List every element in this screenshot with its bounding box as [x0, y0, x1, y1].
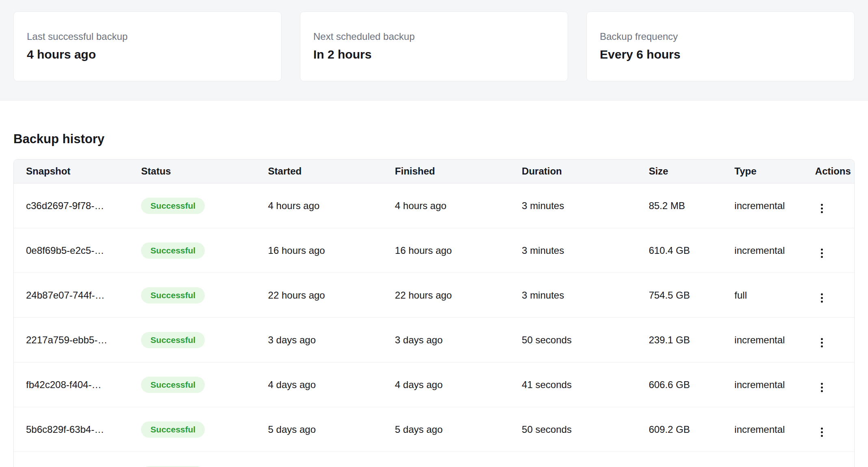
duration-cell: 83 seconds	[510, 452, 636, 467]
column-header-started: Started	[256, 159, 383, 183]
size-cell: 754.5 GB	[636, 273, 722, 318]
duration-cell: 50 seconds	[510, 407, 636, 452]
status-cell: Successful	[129, 273, 256, 318]
size-cell: 85.2 MB	[636, 183, 722, 228]
duration-cell: 50 seconds	[510, 318, 636, 362]
status-badge: Successful	[141, 242, 205, 259]
actions-cell	[803, 183, 854, 228]
table-row: 5b6c829f-63b4-… Successful 5 days ago 5 …	[14, 407, 854, 452]
finished-cell: 4 days ago	[383, 362, 510, 407]
row-actions-menu-button[interactable]	[818, 424, 826, 440]
status-cell: Successful	[129, 228, 256, 273]
summary-cards-section: Last successful backup 4 hours ago Next …	[0, 0, 868, 100]
started-cell: 4 days ago	[256, 362, 383, 407]
status-badge: Successful	[141, 377, 205, 393]
started-cell: 4 hours ago	[256, 183, 383, 228]
kebab-menu-icon	[821, 301, 823, 303]
type-cell: incremental	[722, 318, 803, 362]
finished-cell: 3 days ago	[383, 318, 510, 362]
actions-cell	[803, 362, 854, 407]
started-cell: 3 days ago	[256, 318, 383, 362]
type-cell: incremental	[722, 362, 803, 407]
kebab-menu-icon	[821, 256, 823, 258]
row-actions-menu-button[interactable]	[818, 380, 826, 395]
card-value: In 2 hours	[313, 47, 555, 62]
kebab-menu-icon	[821, 293, 823, 295]
kebab-menu-icon	[821, 386, 823, 388]
table-header-row: Snapshot Status Started Finished Duratio…	[14, 159, 854, 183]
size-cell: 239.1 GB	[636, 318, 722, 362]
status-cell: Successful	[129, 452, 256, 467]
size-cell: 609.2 GB	[636, 407, 722, 452]
snapshot-id-cell: 24b87e07-744f-…	[14, 273, 129, 318]
card-label: Next scheduled backup	[313, 31, 555, 43]
finished-cell: 22 hours ago	[383, 273, 510, 318]
kebab-menu-icon	[821, 211, 823, 213]
history-table-body: c36d2697-9f78-… Successful 4 hours ago 4…	[14, 183, 854, 467]
actions-cell	[803, 318, 854, 362]
table-row: 24b87e07-744f-… Successful 22 hours ago …	[14, 273, 854, 318]
backup-history-section: Backup history Snapshot Status Started F…	[0, 131, 868, 467]
kebab-menu-icon	[821, 383, 823, 385]
table-row: c36d2697-9f78-… Successful 4 hours ago 4…	[14, 183, 854, 228]
column-header-finished: Finished	[383, 159, 510, 183]
card-label: Backup frequency	[600, 31, 841, 43]
column-header-size: Size	[636, 159, 722, 183]
kebab-menu-icon	[821, 252, 823, 254]
actions-cell	[803, 273, 854, 318]
status-cell: Successful	[129, 183, 256, 228]
backup-history-table-container: Snapshot Status Started Finished Duratio…	[13, 159, 855, 467]
snapshot-id-cell: fb42c208-f404-…	[14, 362, 129, 407]
started-cell: 16 hours ago	[256, 228, 383, 273]
table-row: fb42c208-f404-… Successful 4 days ago 4 …	[14, 362, 854, 407]
column-header-status: Status	[129, 159, 256, 183]
kebab-menu-icon	[821, 338, 823, 340]
status-badge: Successful	[141, 287, 205, 303]
actions-cell	[803, 228, 854, 273]
finished-cell: 16 hours ago	[383, 228, 510, 273]
duration-cell: 3 minutes	[510, 183, 636, 228]
size-cell: 606.6 GB	[636, 362, 722, 407]
status-cell: Successful	[129, 407, 256, 452]
card-value: 4 hours ago	[27, 47, 268, 62]
kebab-menu-icon	[821, 204, 823, 206]
duration-cell: 3 minutes	[510, 228, 636, 273]
type-cell: incremental	[722, 183, 803, 228]
status-badge: Successful	[141, 198, 205, 214]
table-row: 4abbc3a0-5935-… Successful 6 days ago 6 …	[14, 452, 854, 467]
column-header-duration: Duration	[510, 159, 636, 183]
type-cell: incremental	[722, 228, 803, 273]
snapshot-id-cell: 2217a759-ebb5-…	[14, 318, 129, 362]
table-row: 2217a759-ebb5-… Successful 3 days ago 3 …	[14, 318, 854, 362]
actions-cell	[803, 452, 854, 467]
type-cell: incremental	[722, 407, 803, 452]
column-header-snapshot: Snapshot	[14, 159, 129, 183]
size-cell: 164.6 GB	[636, 452, 722, 467]
kebab-menu-icon	[821, 345, 823, 347]
card-next-scheduled-backup: Next scheduled backup In 2 hours	[300, 11, 568, 81]
snapshot-id-cell: 0e8f69b5-e2c5-…	[14, 228, 129, 273]
backup-dashboard-page: Last successful backup 4 hours ago Next …	[0, 0, 868, 467]
snapshot-id-cell: 5b6c829f-63b4-…	[14, 407, 129, 452]
column-header-type: Type	[722, 159, 803, 183]
type-cell: incremental	[722, 452, 803, 467]
duration-cell: 3 minutes	[510, 273, 636, 318]
actions-cell	[803, 407, 854, 452]
row-actions-menu-button[interactable]	[818, 335, 826, 351]
row-actions-menu-button[interactable]	[818, 201, 826, 216]
card-label: Last successful backup	[27, 31, 268, 43]
card-last-successful-backup: Last successful backup 4 hours ago	[13, 11, 282, 81]
kebab-menu-icon	[821, 431, 823, 433]
snapshot-id-cell: 4abbc3a0-5935-…	[14, 452, 129, 467]
duration-cell: 41 seconds	[510, 362, 636, 407]
snapshot-id-cell: c36d2697-9f78-…	[14, 183, 129, 228]
row-actions-menu-button[interactable]	[818, 290, 826, 306]
started-cell: 6 days ago	[256, 452, 383, 467]
status-cell: Successful	[129, 318, 256, 362]
finished-cell: 5 days ago	[383, 407, 510, 452]
status-cell: Successful	[129, 362, 256, 407]
backup-history-table: Snapshot Status Started Finished Duratio…	[14, 159, 854, 467]
row-actions-menu-button[interactable]	[818, 245, 826, 261]
finished-cell: 6 days ago	[383, 452, 510, 467]
card-value: Every 6 hours	[600, 47, 841, 62]
